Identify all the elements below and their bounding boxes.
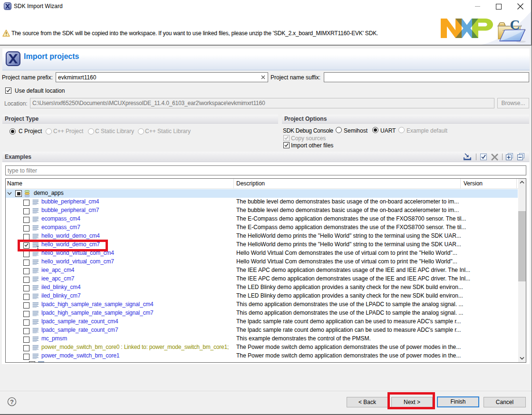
svg-text:?: ?	[10, 398, 14, 405]
